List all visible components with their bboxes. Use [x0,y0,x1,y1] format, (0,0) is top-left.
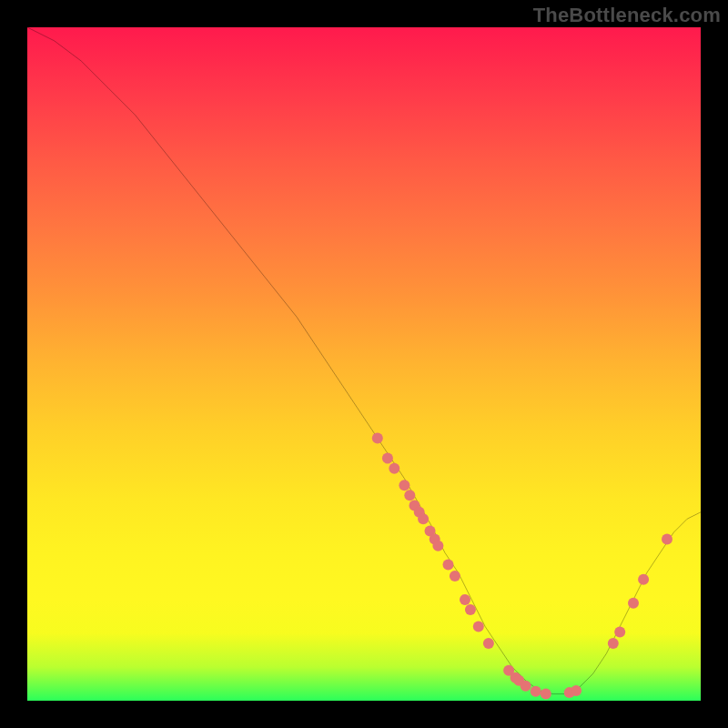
data-marker [541,689,551,700]
data-marker [404,490,415,500]
watermark-text: TheBottleneck.com [533,4,721,27]
data-marker [614,627,625,638]
bottleneck-curve [27,27,701,694]
data-marker [483,638,494,649]
data-marker [531,686,541,697]
data-marker [608,638,619,649]
data-marker [465,604,476,615]
data-marker [460,594,470,605]
data-marker [418,513,429,524]
data-marker [521,681,531,692]
data-marker [443,560,454,571]
data-marker [432,541,443,551]
data-marker [399,480,410,490]
data-marker [662,533,672,544]
data-marker [473,622,484,632]
data-marker [571,685,581,696]
data-marker [638,574,649,585]
data-marker [450,571,460,581]
chart-stage: TheBottleneck.com [0,0,728,728]
data-marker [382,453,393,464]
data-marker [389,463,399,474]
data-marker [628,598,639,609]
curve-svg [27,27,701,701]
plot-area [27,27,701,701]
data-marker [372,432,383,443]
marker-layer [372,432,672,699]
